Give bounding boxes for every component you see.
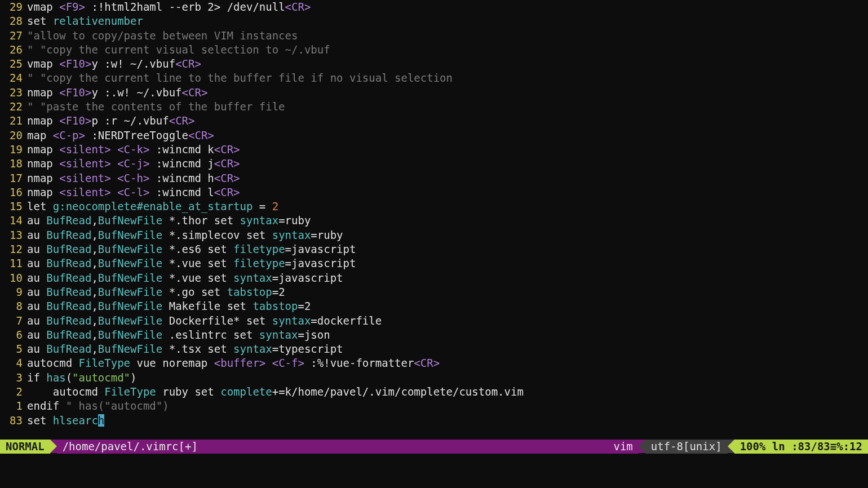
filetype-indicator: vim: [608, 440, 638, 454]
line-number: 1: [0, 399, 27, 413]
code-text: vmap <F9> :!html2haml --erb 2> /dev/null…: [27, 0, 868, 14]
code-line[interactable]: 21nmap <F10>p :r ~/.vbuf<CR>: [0, 114, 868, 128]
line-number: 5: [0, 342, 27, 356]
code-text: au BufRead,BufNewFile *.es6 set filetype…: [27, 242, 868, 256]
separator-icon: [639, 440, 645, 453]
line-number: 83: [0, 414, 27, 428]
code-line[interactable]: 12au BufRead,BufNewFile *.es6 set filety…: [0, 242, 868, 256]
code-text: au BufRead,BufNewFile *.thor set syntax=…: [27, 214, 868, 228]
code-text: autocmd FileType vue noremap <buffer> <C…: [27, 356, 868, 370]
line-number: 17: [0, 171, 27, 185]
code-text: nmap <silent> <C-h> :wincmd h<CR>: [27, 171, 868, 185]
status-bar: NORMAL /home/pavel/.vimrc[+] vim utf-8[u…: [0, 440, 868, 454]
editor-pane[interactable]: 29vmap <F9> :!html2haml --erb 2> /dev/nu…: [0, 0, 868, 474]
line-number: 26: [0, 43, 27, 57]
code-text: autocmd FileType ruby set complete+=k/ho…: [27, 385, 868, 399]
line-number: 3: [0, 371, 27, 385]
line-number: 18: [0, 157, 27, 171]
line-number: 21: [0, 114, 27, 128]
line-number: 10: [0, 271, 27, 285]
code-text: au BufRead,BufNewFile *.vue set syntax=j…: [27, 271, 868, 285]
code-text: au BufRead,BufNewFile *.simplecov set sy…: [27, 228, 868, 242]
line-number: 4: [0, 356, 27, 370]
code-line[interactable]: 15let g:neocomplete#enable_at_startup = …: [0, 199, 868, 214]
code-line[interactable]: 83set hlsearch: [0, 414, 868, 428]
code-line[interactable]: 7au BufRead,BufNewFile Dockerfile* set s…: [0, 314, 868, 328]
code-text: nmap <F10>p :r ~/.vbuf<CR>: [27, 114, 868, 128]
file-path: /home/pavel/.vimrc[+]: [57, 440, 608, 454]
code-line[interactable]: 4autocmd FileType vue noremap <buffer> <…: [0, 356, 868, 370]
line-number: 7: [0, 314, 27, 328]
line-number: 16: [0, 185, 27, 199]
code-text: au BufRead,BufNewFile Makefile set tabst…: [27, 299, 868, 313]
code-text: nmap <silent> <C-j> :wincmd j<CR>: [27, 157, 868, 171]
code-line[interactable]: 6au BufRead,BufNewFile .eslintrc set syn…: [0, 328, 868, 342]
code-line[interactable]: 23nmap <F10>y :.w! ~/.vbuf<CR>: [0, 86, 868, 100]
code-text: au BufRead,BufNewFile *.vue set filetype…: [27, 256, 868, 270]
code-text: "allow to copy/paste between VIM instanc…: [27, 29, 868, 43]
line-number: 19: [0, 143, 27, 157]
code-text: nmap <silent> <C-k> :wincmd k<CR>: [27, 143, 868, 157]
code-line[interactable]: 25vmap <F10>y :w! ~/.vbuf<CR>: [0, 57, 868, 71]
code-line[interactable]: 26" "copy the current visual selection t…: [0, 43, 868, 57]
code-line[interactable]: 27"allow to copy/paste between VIM insta…: [0, 29, 868, 43]
position-indicator: 100% ln :83/83≡%:12: [734, 440, 868, 454]
line-number: 15: [0, 199, 27, 214]
line-number: 24: [0, 71, 27, 85]
code-text: nmap <F10>y :.w! ~/.vbuf<CR>: [27, 86, 868, 100]
code-text: vmap <F10>y :w! ~/.vbuf<CR>: [27, 57, 868, 71]
code-line[interactable]: 18nmap <silent> <C-j> :wincmd j<CR>: [0, 157, 868, 171]
line-number: 2: [0, 385, 27, 399]
code-text: au BufRead,BufNewFile *.tsx set syntax=t…: [27, 342, 868, 356]
line-number: 14: [0, 214, 27, 228]
code-text: map <C-p> :NERDTreeToggle<CR>: [27, 128, 868, 143]
code-line[interactable]: 19nmap <silent> <C-k> :wincmd k<CR>: [0, 143, 868, 157]
code-line[interactable]: 14au BufRead,BufNewFile *.thor set synta…: [0, 214, 868, 228]
code-text: au BufRead,BufNewFile *.go set tabstop=2: [27, 285, 868, 299]
code-text: nmap <silent> <C-l> :wincmd l<CR>: [27, 185, 868, 199]
code-text: set relativenumber: [27, 14, 868, 28]
mode-indicator: NORMAL: [0, 440, 50, 454]
code-line[interactable]: 17nmap <silent> <C-h> :wincmd h<CR>: [0, 171, 868, 185]
encoding-indicator: utf-8[unix]: [645, 440, 728, 454]
code-text: " "paste the contents of the buffer file: [27, 100, 868, 114]
code-text: endif " has("autocmd"): [27, 399, 868, 413]
code-line[interactable]: 16nmap <silent> <C-l> :wincmd l<CR>: [0, 185, 868, 199]
code-text: let g:neocomplete#enable_at_startup = 2: [27, 199, 868, 214]
code-text: " "copy the current line to the buffer f…: [27, 71, 868, 85]
line-number: 9: [0, 285, 27, 299]
code-line[interactable]: 8au BufRead,BufNewFile Makefile set tabs…: [0, 299, 868, 313]
code-line[interactable]: 13au BufRead,BufNewFile *.simplecov set …: [0, 228, 868, 242]
code-line[interactable]: 22" "paste the contents of the buffer fi…: [0, 100, 868, 114]
code-line[interactable]: 11au BufRead,BufNewFile *.vue set filety…: [0, 256, 868, 270]
line-number: 13: [0, 228, 27, 242]
line-number: 11: [0, 256, 27, 270]
code-line[interactable]: 24" "copy the current line to the buffer…: [0, 71, 868, 85]
code-line[interactable]: 9au BufRead,BufNewFile *.go set tabstop=…: [0, 285, 868, 299]
code-text: au BufRead,BufNewFile Dockerfile* set sy…: [27, 314, 868, 328]
code-line[interactable]: 3if has("autocmd"): [0, 371, 868, 385]
line-number: 12: [0, 242, 27, 256]
code-line[interactable]: 20map <C-p> :NERDTreeToggle<CR>: [0, 128, 868, 143]
line-number: 8: [0, 299, 27, 313]
separator-icon: [728, 440, 734, 453]
code-text: au BufRead,BufNewFile .eslintrc set synt…: [27, 328, 868, 342]
line-number: 27: [0, 29, 27, 43]
code-text: if has("autocmd"): [27, 371, 868, 385]
code-text: " "copy the current visual selection to …: [27, 43, 868, 57]
line-number: 23: [0, 86, 27, 100]
code-line[interactable]: 2 autocmd FileType ruby set complete+=k/…: [0, 385, 868, 399]
code-text: set hlsearch: [27, 414, 868, 428]
code-line[interactable]: 29vmap <F9> :!html2haml --erb 2> /dev/nu…: [0, 0, 868, 14]
separator-icon: [50, 440, 57, 453]
line-number: 6: [0, 328, 27, 342]
line-number: 20: [0, 128, 27, 143]
line-number: 29: [0, 0, 27, 14]
line-number: 22: [0, 100, 27, 114]
code-line[interactable]: 10au BufRead,BufNewFile *.vue set syntax…: [0, 271, 868, 285]
code-line[interactable]: 5au BufRead,BufNewFile *.tsx set syntax=…: [0, 342, 868, 356]
code-line[interactable]: 1endif " has("autocmd"): [0, 399, 868, 413]
line-number: 28: [0, 14, 27, 28]
code-line[interactable]: 28set relativenumber: [0, 14, 868, 28]
line-number: 25: [0, 57, 27, 71]
